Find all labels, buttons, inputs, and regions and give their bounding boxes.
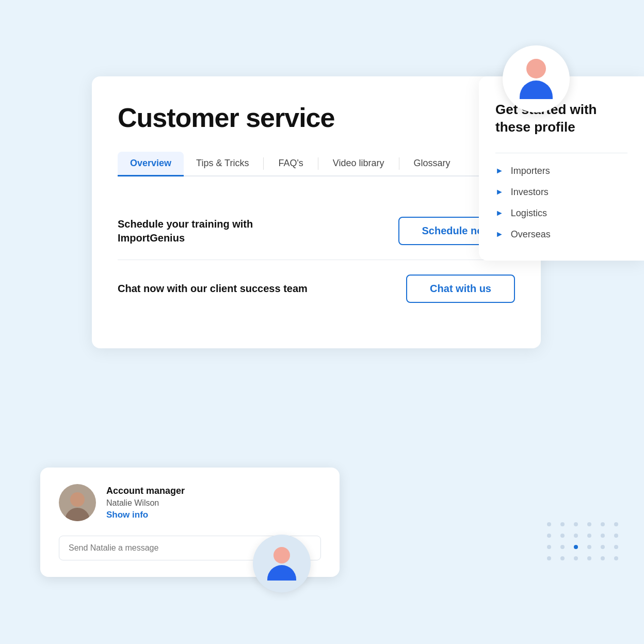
profile-divider-top — [495, 153, 627, 153]
action-row-chat: Chat now with our client success team Ch… — [118, 260, 515, 317]
tab-tips[interactable]: Tips & Tricks — [184, 152, 261, 176]
profile-label-investors: Investors — [511, 187, 549, 198]
dot — [614, 556, 618, 560]
dot — [547, 522, 551, 526]
avatar-head-icon — [526, 59, 546, 78]
action-row-schedule: Schedule your training with ImportGenius… — [118, 202, 515, 260]
dot — [601, 545, 605, 549]
manager-photo-head — [70, 492, 85, 507]
top-avatar-figure — [520, 59, 553, 99]
manager-name: Natalie Wilson — [106, 498, 185, 508]
dot-active — [574, 545, 578, 549]
profile-item-investors[interactable]: ► Investors — [495, 187, 627, 198]
account-card-header: Account manager Natalie Wilson Show info — [59, 484, 321, 521]
tab-divider-3 — [399, 157, 399, 170]
chat-description: Chat now with our client success team — [118, 282, 308, 296]
tab-video[interactable]: Video library — [320, 152, 397, 176]
dot — [601, 522, 605, 526]
bottom-avatar-body-icon — [267, 565, 296, 581]
dot — [547, 534, 551, 538]
manager-role: Account manager — [106, 486, 185, 496]
dot — [560, 545, 565, 549]
main-card: Customer service Overview Tips & Tricks … — [92, 76, 541, 348]
bottom-avatar-figure — [267, 547, 296, 581]
dot-grid — [547, 522, 618, 568]
dot — [560, 534, 565, 538]
schedule-description: Schedule your training with ImportGenius — [118, 217, 314, 245]
avatar-body-icon — [520, 81, 553, 99]
tab-divider-1 — [263, 157, 264, 170]
profile-label-logistics: Logistics — [511, 208, 547, 219]
profile-label-overseas: Overseas — [511, 229, 551, 240]
dot — [614, 534, 618, 538]
dot — [601, 534, 605, 538]
right-panel: Get started with these profile ► Importe… — [479, 76, 644, 261]
dot — [574, 534, 578, 538]
manager-info: Account manager Natalie Wilson Show info — [106, 486, 185, 520]
dot — [560, 522, 565, 526]
dot — [574, 556, 578, 560]
dot — [587, 522, 591, 526]
manager-photo — [59, 484, 96, 521]
chat-with-us-button[interactable]: Chat with us — [406, 275, 515, 303]
dot — [547, 556, 551, 560]
dot — [614, 522, 618, 526]
tab-divider-2 — [318, 157, 318, 170]
arrow-icon-investors: ► — [495, 187, 504, 197]
tab-glossary[interactable]: Glossary — [401, 152, 463, 176]
dot — [601, 556, 605, 560]
page-title: Customer service — [118, 102, 515, 133]
arrow-icon-importers: ► — [495, 166, 504, 175]
profile-label-importers: Importers — [511, 166, 550, 176]
get-started-title: Get started with these profile — [495, 101, 627, 136]
manager-photo-figure — [65, 492, 90, 521]
tab-bar: Overview Tips & Tricks FAQ's Video libra… — [118, 152, 515, 176]
bottom-avatar-head-icon — [273, 547, 290, 564]
dot — [614, 545, 618, 549]
tab-overview[interactable]: Overview — [118, 152, 184, 176]
dot — [560, 556, 565, 560]
manager-photo-body — [65, 508, 90, 521]
profile-item-logistics[interactable]: ► Logistics — [495, 208, 627, 219]
profile-item-overseas[interactable]: ► Overseas — [495, 229, 627, 240]
profile-item-importers[interactable]: ► Importers — [495, 166, 627, 176]
arrow-icon-overseas: ► — [495, 230, 504, 239]
tab-faqs[interactable]: FAQ's — [266, 152, 315, 176]
dot — [574, 522, 578, 526]
arrow-icon-logistics: ► — [495, 208, 504, 218]
dot — [587, 556, 591, 560]
dot — [547, 545, 551, 549]
dot — [587, 534, 591, 538]
profile-list: ► Importers ► Investors ► Logistics ► Ov… — [495, 166, 627, 240]
bottom-avatar-circle — [253, 535, 311, 592]
top-avatar-circle — [503, 45, 570, 112]
dot — [587, 545, 591, 549]
show-info-button[interactable]: Show info — [106, 510, 185, 520]
